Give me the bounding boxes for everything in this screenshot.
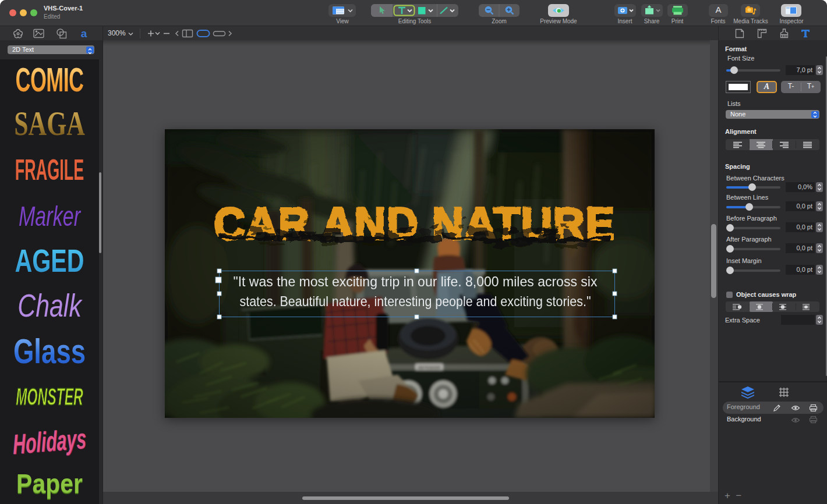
svg-text:a: a (81, 27, 87, 40)
svg-text:states. Beautiful nature, inte: states. Beautiful nature, interesting pe… (240, 293, 591, 309)
svg-text:"It was the most exciting trip: "It was the most exciting trip in our li… (234, 274, 598, 289)
